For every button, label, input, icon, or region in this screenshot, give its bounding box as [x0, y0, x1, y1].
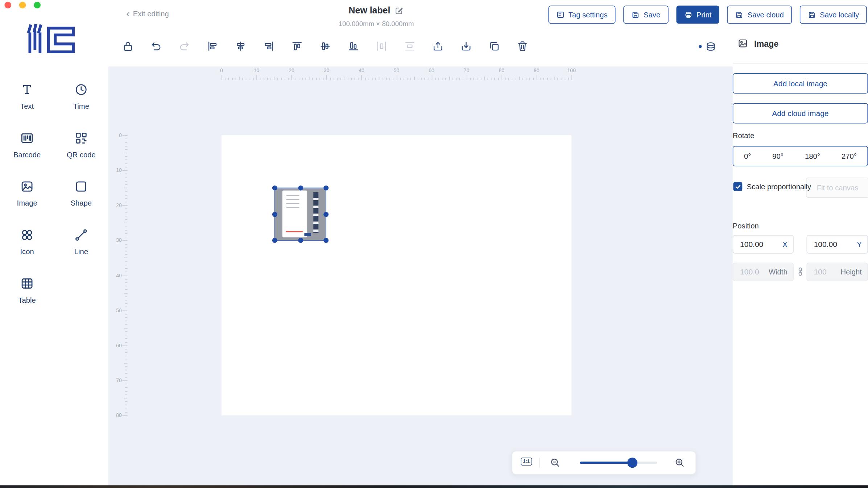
sidebar-item-qrcode[interactable]: QR code	[54, 121, 108, 169]
close-window-button[interactable]	[4, 2, 11, 9]
sidebar-item-line[interactable]: Line	[54, 218, 108, 266]
qr-code-icon	[74, 131, 88, 145]
sidebar-item-text[interactable]: Text	[0, 72, 54, 121]
sidebar-item-image[interactable]: Image	[0, 169, 54, 218]
selection-handle-bottom-right[interactable]	[323, 238, 328, 243]
delete-button[interactable]	[516, 40, 529, 52]
window-controls	[4, 2, 40, 9]
position-x-field[interactable]: X	[733, 235, 794, 253]
distribute-vertical-icon	[404, 40, 416, 52]
sidebar-item-label: Table	[18, 296, 36, 304]
undo-button[interactable]	[150, 40, 162, 52]
image-panel-icon	[737, 38, 748, 49]
notification-dot	[699, 45, 702, 48]
lock-icon	[122, 40, 134, 52]
aspect-link-icon[interactable]	[796, 266, 805, 277]
sidebar-item-label: Line	[74, 247, 88, 256]
fit-to-canvas-button: Fit to canvas	[806, 178, 868, 198]
zoom-reset-1-1-button[interactable]: 1:1	[521, 458, 532, 466]
align-center-vertical-button[interactable]	[319, 40, 331, 52]
minimize-window-button[interactable]	[19, 2, 26, 9]
canvas-area[interactable]: 0102030405060708090100 01020304050607080	[108, 66, 732, 488]
rotate-180-option[interactable]: 180°	[803, 152, 822, 160]
header-actions: Tag settings Save Print Save cloud	[548, 6, 867, 24]
layers-stack-icon[interactable]	[705, 41, 716, 52]
tag-settings-button[interactable]: Tag settings	[548, 6, 616, 24]
position-y-suffix: Y	[857, 240, 861, 248]
align-center-horizontal-button[interactable]	[235, 40, 247, 52]
time-icon	[74, 82, 88, 97]
position-x-input[interactable]	[739, 240, 779, 249]
screen-bottom-strip	[0, 485, 868, 488]
add-local-image-button[interactable]: Add local image	[733, 73, 868, 94]
selection-handle-top-left[interactable]	[272, 185, 277, 190]
sidebar-item-time[interactable]: Time	[54, 72, 108, 121]
zoom-window-button[interactable]	[34, 2, 41, 9]
duplicate-button[interactable]	[488, 40, 500, 52]
selection-handle-top-right[interactable]	[323, 185, 328, 190]
selection-handle-middle-right[interactable]	[323, 212, 328, 217]
image-properties-panel: Image Add local image Add cloud image Ro…	[733, 34, 868, 488]
selection-handle-bottom-left[interactable]	[272, 238, 277, 243]
zoom-in-button[interactable]	[674, 457, 685, 468]
app-window: ‹ Exit editing New label 100.000mm × 80.…	[0, 0, 868, 488]
redo-button[interactable]	[178, 40, 190, 52]
barcode-icon	[20, 131, 34, 145]
save-locally-icon	[807, 11, 816, 19]
save-button[interactable]: Save	[623, 6, 668, 24]
zoom-out-button[interactable]	[550, 457, 561, 468]
rotate-90-option[interactable]: 90°	[770, 152, 786, 160]
shape-icon	[74, 179, 88, 194]
rotate-270-option[interactable]: 270°	[839, 152, 859, 160]
sidebar-item-barcode[interactable]: Barcode	[0, 121, 54, 169]
selection-handle-bottom-middle[interactable]	[298, 238, 303, 243]
height-suffix: Height	[840, 268, 861, 276]
image-thumb-footer	[304, 233, 311, 236]
add-cloud-image-button[interactable]: Add cloud image	[733, 103, 868, 123]
duplicate-icon	[488, 40, 500, 52]
save-cloud-icon	[735, 11, 744, 19]
position-y-input[interactable]	[813, 240, 853, 249]
distribute-horizontal-icon	[375, 40, 388, 52]
checkbox-checked-icon	[733, 182, 742, 191]
exit-editing-label: Exit editing	[133, 9, 169, 18]
save-label: Save	[644, 11, 660, 19]
position-label: Position	[733, 222, 759, 230]
width-field: Width	[733, 262, 794, 281]
panel-title: Image	[754, 38, 778, 48]
sidebar-item-shape[interactable]: Shape	[54, 169, 108, 218]
save-locally-button[interactable]: Save locally	[799, 6, 867, 24]
zoom-in-icon	[674, 457, 685, 468]
sidebar-item-label: Time	[73, 102, 89, 110]
align-right-icon	[263, 40, 275, 52]
position-y-field[interactable]: Y	[806, 235, 868, 253]
zoom-slider[interactable]	[580, 462, 657, 464]
lock-button[interactable]	[122, 40, 134, 52]
edit-title-icon[interactable]	[395, 6, 404, 15]
exit-editing-button[interactable]: ‹ Exit editing	[126, 8, 169, 18]
label-canvas[interactable]	[222, 135, 571, 415]
save-cloud-button[interactable]: Save cloud	[727, 6, 792, 24]
align-top-button[interactable]	[291, 40, 303, 52]
height-field: Height	[806, 262, 868, 281]
move-to-back-icon	[460, 40, 472, 52]
move-to-front-button[interactable]	[432, 40, 444, 52]
align-left-button[interactable]	[206, 40, 219, 52]
panel-divider	[733, 63, 868, 64]
width-suffix: Width	[769, 268, 788, 276]
rotate-0-option[interactable]: 0°	[742, 152, 753, 160]
zoom-slider-knob[interactable]	[627, 458, 637, 468]
distribute-vertical-button[interactable]	[404, 40, 416, 52]
distribute-horizontal-button[interactable]	[375, 40, 388, 52]
scale-proportionally-checkbox[interactable]: Scale proportionally	[733, 182, 811, 191]
save-icon	[631, 11, 640, 19]
align-right-button[interactable]	[263, 40, 275, 52]
align-bottom-button[interactable]	[347, 40, 360, 52]
selected-image-object[interactable]	[274, 188, 326, 241]
selection-handle-middle-left[interactable]	[272, 212, 277, 217]
sidebar-item-table[interactable]: Table	[0, 266, 54, 315]
selection-handle-top-middle[interactable]	[298, 185, 303, 190]
sidebar-item-icon[interactable]: Icon	[0, 218, 54, 266]
print-button[interactable]: Print	[676, 6, 719, 24]
move-to-back-button[interactable]	[460, 40, 472, 52]
